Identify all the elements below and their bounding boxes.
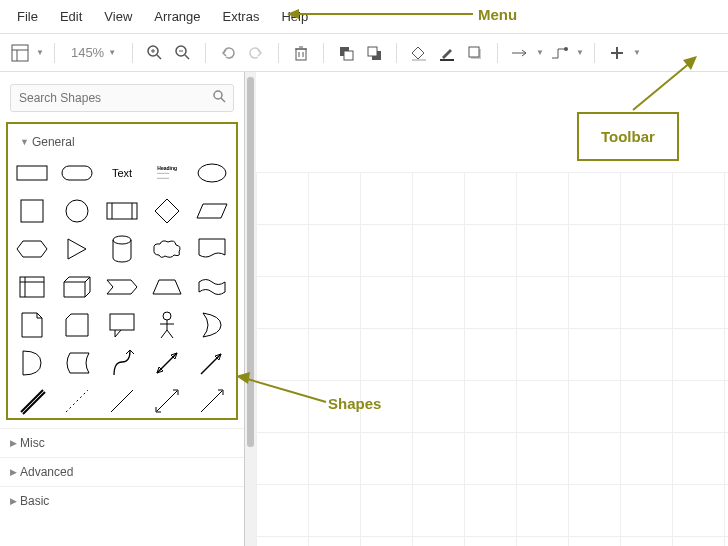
svg-point-27 [214, 91, 222, 99]
shape-rounded-rectangle[interactable] [55, 156, 98, 190]
svg-marker-50 [153, 280, 181, 294]
svg-rect-16 [344, 51, 353, 60]
shape-dashed-line[interactable] [55, 384, 98, 418]
section-label: Misc [20, 436, 45, 450]
svg-point-41 [113, 236, 131, 244]
shape-bidirectional-connector[interactable] [146, 384, 189, 418]
shape-tape[interactable] [191, 270, 234, 304]
shape-cylinder[interactable] [100, 232, 143, 266]
shape-cube[interactable] [55, 270, 98, 304]
menu-edit[interactable]: Edit [51, 6, 91, 27]
section-label: Basic [20, 494, 49, 508]
shape-note[interactable] [10, 308, 53, 342]
shape-text[interactable]: Text [100, 156, 143, 190]
menu-view[interactable]: View [95, 6, 141, 27]
svg-line-67 [201, 391, 222, 412]
shape-cloud[interactable] [146, 232, 189, 266]
shape-triangle[interactable] [55, 232, 98, 266]
add-button[interactable] [605, 41, 629, 65]
shape-or[interactable] [191, 308, 234, 342]
shape-document[interactable] [191, 232, 234, 266]
separator [497, 43, 498, 63]
section-row: ▶ Basic [0, 486, 244, 515]
separator [396, 43, 397, 63]
line-color-button[interactable] [435, 41, 459, 65]
shape-process[interactable] [100, 194, 143, 228]
waypoint-button[interactable] [548, 41, 572, 65]
shape-card[interactable] [55, 308, 98, 342]
shape-circle[interactable] [55, 194, 98, 228]
shape-directional-connector[interactable] [191, 384, 234, 418]
separator [594, 43, 595, 63]
shape-curve[interactable] [100, 346, 143, 380]
shape-textbox[interactable]: Heading━━━━━━━━ [146, 156, 189, 190]
chevron-down-icon: ▼ [633, 48, 641, 57]
svg-point-33 [66, 200, 88, 222]
separator [205, 43, 206, 63]
svg-line-64 [66, 390, 88, 412]
shadow-button[interactable] [463, 41, 487, 65]
section-basic[interactable]: ▶ Basic [0, 487, 244, 515]
chevron-right-icon: ▶ [10, 438, 17, 448]
shape-ellipse[interactable] [191, 156, 234, 190]
menu-file[interactable]: File [8, 6, 47, 27]
connection-button[interactable] [508, 41, 532, 65]
separator [278, 43, 279, 63]
separator [132, 43, 133, 63]
section-label: Advanced [20, 465, 73, 479]
section-misc[interactable]: ▶ Misc [0, 429, 244, 457]
scrollbar-thumb[interactable] [247, 77, 254, 447]
shape-diamond[interactable] [146, 194, 189, 228]
svg-marker-39 [17, 241, 47, 257]
section-general[interactable]: ▼ General [10, 128, 234, 156]
zoom-value: 145% [71, 45, 104, 60]
section-advanced[interactable]: ▶ Advanced [0, 458, 244, 486]
redo-button[interactable] [244, 41, 268, 65]
svg-marker-38 [197, 204, 227, 218]
svg-marker-37 [155, 199, 179, 223]
view-mode-button[interactable] [8, 41, 32, 65]
chevron-down-icon: ▼ [536, 48, 544, 57]
shape-and[interactable] [10, 346, 53, 380]
svg-rect-32 [21, 200, 43, 222]
shape-callout[interactable] [100, 308, 143, 342]
svg-line-4 [157, 55, 161, 59]
shape-grid: Text Heading━━━━━━━━ [10, 156, 234, 418]
annotation-shapes-label: Shapes [328, 395, 381, 412]
to-back-button[interactable] [362, 41, 386, 65]
menu-help[interactable]: Help [272, 6, 317, 27]
section-row: ▶ Advanced [0, 457, 244, 486]
search-input[interactable] [10, 84, 234, 112]
search-wrap [0, 72, 244, 120]
svg-rect-10 [296, 49, 306, 60]
zoom-in-button[interactable] [143, 41, 167, 65]
svg-rect-22 [469, 47, 479, 57]
search-icon [213, 90, 226, 106]
shape-trapezoid[interactable] [146, 270, 189, 304]
toolbar: ▼ 145% ▼ ▼ ▼ [0, 34, 728, 72]
delete-button[interactable] [289, 41, 313, 65]
shape-link[interactable] [10, 384, 53, 418]
shape-rectangle[interactable] [10, 156, 53, 190]
shape-parallelogram[interactable] [191, 194, 234, 228]
to-front-button[interactable] [334, 41, 358, 65]
svg-line-62 [21, 390, 43, 412]
shape-step[interactable] [100, 270, 143, 304]
svg-point-31 [198, 164, 226, 182]
shape-internal-storage[interactable] [10, 270, 53, 304]
fill-color-button[interactable] [407, 41, 431, 65]
shape-data-storage[interactable] [55, 346, 98, 380]
shape-arrow[interactable] [191, 346, 234, 380]
canvas-grid [256, 172, 728, 546]
shape-bidirectional-arrow[interactable] [146, 346, 189, 380]
shape-actor[interactable] [146, 308, 189, 342]
zoom-out-button[interactable] [171, 41, 195, 65]
shape-line[interactable] [100, 384, 143, 418]
menu-extras[interactable]: Extras [214, 6, 269, 27]
shape-hexagon[interactable] [10, 232, 53, 266]
shape-square[interactable] [10, 194, 53, 228]
zoom-level[interactable]: 145% ▼ [65, 45, 122, 60]
undo-button[interactable] [216, 41, 240, 65]
menu-arrange[interactable]: Arrange [145, 6, 209, 27]
sidebar-scrollbar[interactable] [245, 72, 256, 546]
